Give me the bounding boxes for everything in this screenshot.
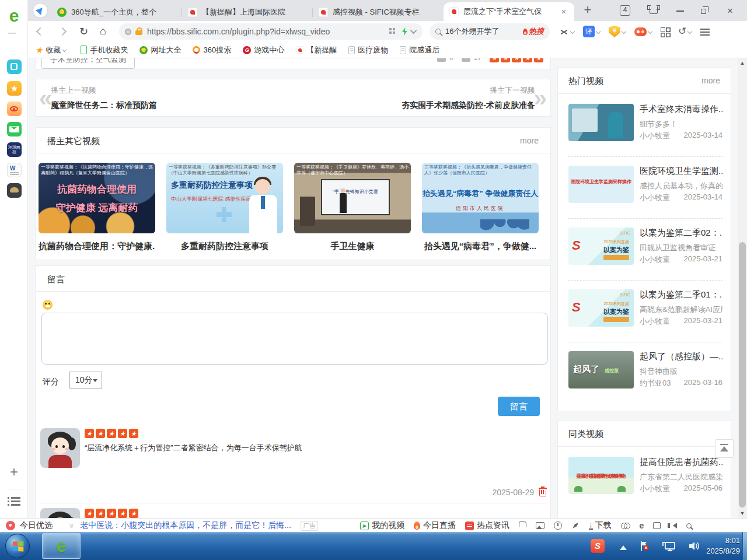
booster-rocket-icon[interactable] bbox=[571, 522, 580, 530]
comment-textarea[interactable] bbox=[41, 313, 548, 365]
bookmark-phone-folder[interactable]: 手机收藏夹 bbox=[81, 45, 128, 55]
submit-comment-button[interactable]: 留言 bbox=[498, 397, 540, 416]
prev-video-link[interactable]: 播主上一视频 魔童降世任务二：标准预防篇 bbox=[51, 85, 157, 111]
navigator-compass-icon[interactable] bbox=[33, 3, 48, 18]
history-clock-icon[interactable] bbox=[554, 522, 562, 530]
bookmark-infection-news[interactable]: 院感通后 bbox=[400, 45, 439, 55]
game-center-button[interactable] bbox=[634, 27, 652, 36]
scrollbar-thumb[interactable] bbox=[739, 242, 746, 508]
tab-hospital[interactable]: 【新提醒】上海国际医院 bbox=[182, 4, 313, 21]
site-info-icon[interactable] bbox=[125, 29, 131, 35]
daily-picks-label[interactable]: 今日优选 bbox=[20, 520, 53, 531]
more-link[interactable]: more bbox=[520, 136, 539, 145]
speed-bolt-icon[interactable] bbox=[402, 27, 407, 36]
weibo-icon[interactable] bbox=[7, 102, 22, 116]
video-thumbnail[interactable]: 起风了感控版 bbox=[568, 351, 634, 388]
close-button[interactable] bbox=[725, 6, 735, 16]
url-field[interactable]: https://bbs.sific.com.cn/plugin.php?id=x… bbox=[119, 23, 423, 40]
tab-sific-videos[interactable]: 感控视频 - SIFIC视频专栏 bbox=[313, 4, 444, 21]
new-tab-button[interactable] bbox=[580, 3, 595, 18]
bookmark-favorites[interactable]: 收藏 bbox=[35, 45, 69, 55]
search-input[interactable]: 16个外甥开学了 bbox=[445, 26, 523, 37]
video-thumbnail[interactable]: S SIFIC 2025系列直播 以案为鉴 bbox=[568, 228, 634, 265]
video-thumbnail[interactable]: 一等奖获奖视频：《抗菌药物合理使用：守护健康，远离耐药》程韵凡（复旦大学附属金山… bbox=[39, 163, 155, 233]
tool-app-icon[interactable] bbox=[7, 60, 22, 74]
image-icon[interactable] bbox=[536, 522, 544, 529]
app-list-icon[interactable] bbox=[8, 496, 20, 507]
back-to-top-button[interactable] bbox=[715, 439, 734, 458]
rating-select[interactable]: 10分 bbox=[69, 372, 102, 388]
link-rings-icon[interactable] bbox=[621, 523, 630, 528]
home-button[interactable] bbox=[100, 25, 106, 37]
collapse-chevrons-icon[interactable] bbox=[68, 523, 76, 527]
like-icon[interactable] bbox=[437, 58, 446, 62]
delete-trash-icon[interactable] bbox=[539, 487, 547, 496]
apps-grid-button[interactable] bbox=[661, 27, 669, 36]
action-center-flag-icon[interactable] bbox=[638, 540, 650, 552]
search-box[interactable]: 16个外甥开学了 热搜 bbox=[430, 23, 550, 40]
video-thumbnail[interactable]: 三等奖获奖视频：《抬头遇见病毒君，争做健康责任人》张少莲（信阳市人民医院） 抬头… bbox=[422, 163, 539, 233]
wallet-shield-button[interactable]: ¥ bbox=[609, 26, 626, 37]
tab-count-button[interactable]: 4 bbox=[620, 5, 630, 16]
video-title[interactable]: 医院环境卫生学监测... bbox=[640, 166, 722, 177]
undo-button[interactable] bbox=[678, 27, 692, 36]
next-video-link[interactable]: 播主下一视频 夯实围手术期感染防控-术前皮肤准备 bbox=[402, 85, 535, 111]
video-caption[interactable]: 多重耐药防控注意事项 bbox=[166, 241, 283, 252]
taskbar-clock[interactable]: 8:01 2025/8/29 bbox=[687, 536, 740, 556]
hot-video-item[interactable]: S SIFIC 2025系列直播 以案为鉴 以案为鉴第二季01：... 高晓东&… bbox=[568, 289, 722, 327]
more-link[interactable]: more bbox=[701, 76, 720, 85]
bookmark-medical-waste[interactable]: 医疗废物 bbox=[348, 45, 388, 55]
refresh-button[interactable] bbox=[79, 25, 88, 38]
similar-video-item[interactable]: 提高住院患者抗菌药物治疗前病原学送检率 提高住院患者抗菌药... 广东省第二人民… bbox=[568, 457, 722, 494]
avatar[interactable] bbox=[40, 428, 80, 468]
scroll-down-arrow[interactable] bbox=[738, 509, 747, 518]
game-app-icon[interactable] bbox=[7, 183, 22, 198]
video-item[interactable]: 一等奖获奖视频：《多重耐药防控注意事项》孙众雯（中山大学附属第七医院感染性疾病科… bbox=[166, 163, 283, 252]
video-item[interactable]: 一等奖获奖视频：《手卫健康》罗佳欣、蒋羽婷、汤小萍等（遂宁市中心医院） “手卫”… bbox=[294, 163, 411, 252]
news-button[interactable]: 热点资讯 bbox=[465, 520, 509, 531]
page-scrollbar[interactable] bbox=[738, 58, 747, 518]
hot-video-item[interactable]: 起风了感控版 起风了（感控版）—... 抖音神曲版 约书亚032025-03-1… bbox=[568, 351, 722, 388]
bookmark-360-search[interactable]: 360搜索 bbox=[193, 45, 231, 55]
hot-video-item[interactable]: 手术室终末消毒操作... 细节多多！ 小小牧童2025-03-14 bbox=[568, 104, 722, 141]
video-thumbnail[interactable]: 一等奖获奖视频：《手卫健康》罗佳欣、蒋羽婷、汤小萍等（遂宁市中心医院） “手卫”… bbox=[294, 163, 411, 233]
prev-title[interactable]: 魔童降世任务二：标准预防篇 bbox=[51, 100, 157, 111]
next-title[interactable]: 夯实围手术期感染防控-术前皮肤准备 bbox=[402, 100, 535, 111]
url-text[interactable]: https://bbs.sific.com.cn/plugin.php?id=x… bbox=[147, 27, 383, 36]
hqwx-school-icon[interactable]: 环球网校 bbox=[7, 142, 22, 157]
theme-shirt-icon[interactable] bbox=[648, 5, 659, 16]
window-icon[interactable] bbox=[653, 522, 661, 529]
video-thumbnail[interactable]: 一等奖获奖视频：《多重耐药防控注意事项》孙众雯（中山大学附属第七医院感染性疾病科… bbox=[166, 163, 283, 233]
ad-link[interactable]: 老中医说：小腹突出的根本原因，不是胖，而是它！后悔... bbox=[80, 520, 291, 531]
video-tag-button[interactable]: 手术室防控；空气监测 bbox=[41, 58, 135, 69]
live-button[interactable]: 今日直播 bbox=[414, 520, 456, 531]
video-thumbnail[interactable]: 医院环境卫生学监测采样操作 bbox=[568, 166, 634, 203]
tray-expand-arrow[interactable] bbox=[620, 542, 627, 550]
video-title[interactable]: 起风了（感控版）—... bbox=[640, 351, 722, 362]
avatar[interactable] bbox=[40, 508, 80, 518]
show-desktop-button[interactable] bbox=[742, 532, 747, 560]
video-item[interactable]: 三等奖获奖视频：《抬头遇见病毒君，争做健康责任人》张少莲（信阳市人民医院） 抬头… bbox=[422, 163, 539, 252]
video-title[interactable]: 以案为鉴第二季01：... bbox=[640, 289, 722, 300]
hot-video-item[interactable]: S SIFIC 2025系列直播 以案为鉴 以案为鉴第二季02：... 田靓从卫… bbox=[568, 228, 722, 265]
video-thumbnail[interactable]: 提高住院患者抗菌药物治疗前病原学送检率 bbox=[568, 457, 634, 494]
mail-icon[interactable] bbox=[7, 122, 22, 136]
word-doc-icon[interactable]: W bbox=[7, 163, 22, 177]
translate-button[interactable]: 译 bbox=[583, 26, 600, 37]
video-caption[interactable]: 手卫生健康 bbox=[294, 241, 411, 252]
back-button[interactable] bbox=[36, 27, 44, 36]
rail-collapse-icon[interactable] bbox=[8, 33, 16, 34]
network-tray-icon[interactable] bbox=[662, 540, 676, 552]
menu-button[interactable] bbox=[700, 28, 710, 36]
url-dropdown-icon[interactable] bbox=[410, 27, 417, 34]
video-caption[interactable]: 抬头遇见“病毒君”，争做健... bbox=[422, 241, 539, 252]
tab-active-laminar-flow[interactable]: 层流之下“手术室空气保 bbox=[444, 2, 574, 21]
video-title[interactable]: 手术室终末消毒操作... bbox=[640, 104, 722, 115]
zoom-search-icon[interactable] bbox=[686, 523, 692, 528]
360-safe-tray-icon[interactable]: S bbox=[591, 539, 605, 553]
hot-video-item[interactable]: 医院环境卫生学监测采样操作 医院环境卫生学监测... 感控人员基本功，你真的会采… bbox=[568, 166, 722, 203]
video-caption[interactable]: 抗菌药物合理使用：守护健康... bbox=[39, 241, 155, 252]
reader-grid-icon[interactable] bbox=[389, 28, 396, 35]
favorites-star-icon[interactable] bbox=[7, 81, 22, 96]
bookmark-sific[interactable]: 【新提醒 bbox=[296, 45, 337, 55]
